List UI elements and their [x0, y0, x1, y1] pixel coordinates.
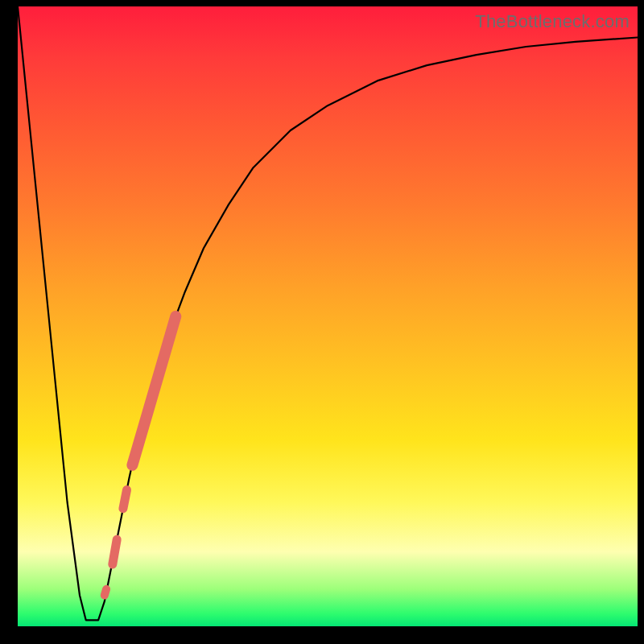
plot-area: TheBottleneck.com	[18, 6, 638, 626]
highlight-segment	[105, 589, 106, 596]
highlight-segment	[132, 316, 175, 465]
emphasis-points	[105, 316, 176, 596]
highlight-segment	[123, 490, 127, 509]
bottleneck-curve	[18, 6, 638, 620]
chart-svg	[18, 6, 638, 626]
chart-container: TheBottleneck.com	[0, 0, 644, 644]
highlight-segment	[113, 539, 117, 564]
